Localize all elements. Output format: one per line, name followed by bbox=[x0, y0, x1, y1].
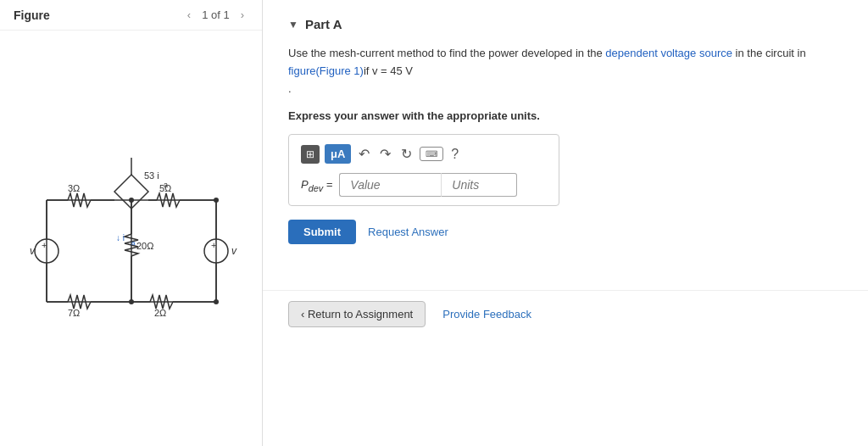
figure-nav: ‹ 1 of 1 › bbox=[183, 7, 248, 23]
left-panel: Figure ‹ 1 of 1 › bbox=[0, 0, 263, 446]
toolbar: ⊞ μA ↶ ↷ ↻ ⌨ ? bbox=[301, 143, 547, 164]
undo-button[interactable]: ↶ bbox=[356, 143, 372, 164]
value-input[interactable] bbox=[339, 173, 441, 197]
label-53ia: 53 i bbox=[144, 170, 159, 181]
bottom-bar: ‹ Return to Assignment Provide Feedback bbox=[263, 290, 868, 337]
svg-point-29 bbox=[129, 198, 134, 203]
svg-point-31 bbox=[214, 198, 219, 203]
keyboard-icon[interactable]: ⌨ bbox=[420, 147, 443, 161]
figure-header: Figure ‹ 1 of 1 › bbox=[0, 0, 262, 31]
figure-title: Figure bbox=[14, 8, 50, 22]
next-figure-button[interactable]: › bbox=[236, 7, 248, 23]
circuit-diagram: 53 i a 3Ω 5Ω 20Ω ↓ i a 7Ω bbox=[21, 149, 242, 327]
collapse-icon[interactable]: ▼ bbox=[288, 19, 298, 31]
action-row: Submit Request Answer bbox=[288, 220, 843, 244]
input-label: Pdev = bbox=[301, 178, 332, 193]
label-20ohm: 20Ω bbox=[136, 241, 153, 251]
figure-page: 1 of 1 bbox=[202, 8, 230, 21]
svg-point-32 bbox=[214, 299, 219, 304]
symbol-icon[interactable]: ⊞ bbox=[301, 145, 320, 164]
prev-figure-button[interactable]: ‹ bbox=[183, 7, 195, 23]
submit-button[interactable]: Submit bbox=[288, 220, 356, 244]
units-input[interactable] bbox=[441, 173, 517, 197]
label-v-right: v bbox=[231, 245, 237, 257]
help-button[interactable]: ? bbox=[448, 144, 461, 164]
part-label: Part A bbox=[305, 17, 342, 31]
svg-text:a: a bbox=[131, 239, 136, 247]
label-5ohm: 5Ω bbox=[159, 183, 171, 193]
label-3ohm: 3Ω bbox=[68, 183, 80, 193]
label-ia: ↓ i bbox=[116, 233, 125, 243]
svg-text:+: + bbox=[211, 240, 216, 250]
redo-button[interactable]: ↷ bbox=[377, 143, 393, 164]
label-v-left: v bbox=[30, 245, 36, 257]
figure-canvas: 53 i a 3Ω 5Ω 20Ω ↓ i a 7Ω bbox=[0, 31, 262, 446]
part-section: ▼ Part A Use the mesh-current method to … bbox=[263, 0, 868, 282]
request-answer-link[interactable]: Request Answer bbox=[368, 226, 448, 238]
provide-feedback-link[interactable]: Provide Feedback bbox=[442, 308, 531, 321]
question-text: Use the mesh-current method to find the … bbox=[288, 45, 843, 98]
express-text: Express your answer with the appropriate… bbox=[288, 109, 843, 122]
part-header: ▼ Part A bbox=[288, 17, 843, 31]
return-to-assignment-button[interactable]: ‹ Return to Assignment bbox=[288, 301, 426, 327]
input-row: Pdev = bbox=[301, 173, 547, 197]
right-panel: ▼ Part A Use the mesh-current method to … bbox=[263, 0, 868, 446]
reset-button[interactable]: ↻ bbox=[398, 143, 415, 164]
svg-point-30 bbox=[129, 299, 134, 304]
label-2ohm: 2Ω bbox=[154, 308, 166, 318]
label-7ohm: 7Ω bbox=[68, 308, 80, 318]
svg-text:+: + bbox=[42, 240, 47, 250]
mu-button[interactable]: μA bbox=[325, 144, 351, 164]
answer-box: ⊞ μA ↶ ↷ ↻ ⌨ ? Pdev = bbox=[288, 134, 559, 206]
